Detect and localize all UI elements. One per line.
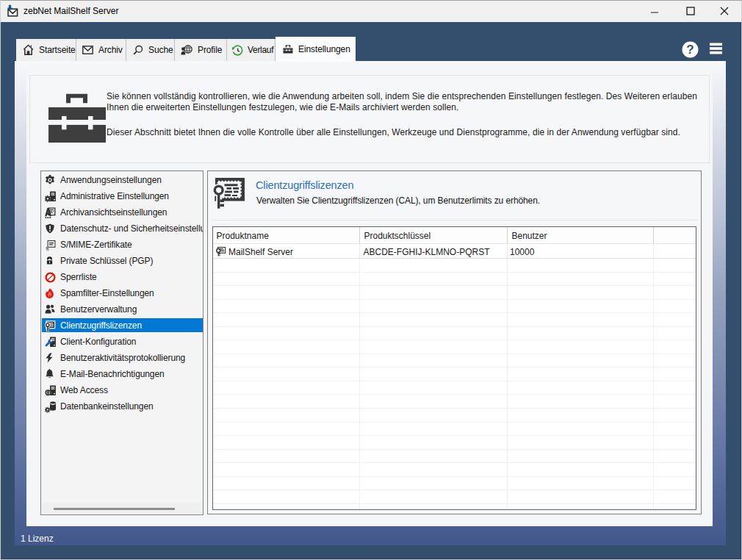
svg-text:?: ? bbox=[686, 43, 694, 57]
